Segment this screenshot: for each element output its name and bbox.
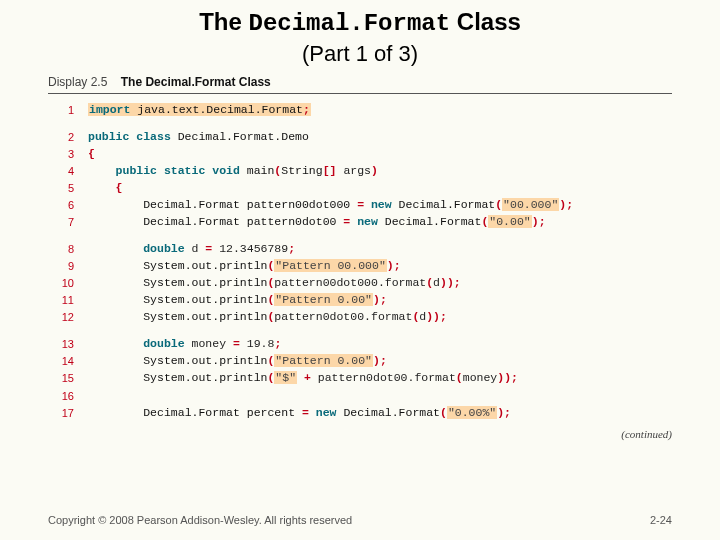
code-text: { <box>88 180 123 197</box>
line-number: 7 <box>48 214 88 231</box>
copyright-text: Copyright © 2008 Pearson Addison-Wesley.… <box>48 514 352 526</box>
code-line: 17 Decimal.Format percent = new Decimal.… <box>48 405 672 422</box>
code-line: 10 System.out.println(pattern00dot000.fo… <box>48 275 672 292</box>
title-pre: The <box>199 8 248 35</box>
code-line: 2public class Decimal.Format.Demo <box>48 129 672 146</box>
line-number: 1 <box>48 102 88 119</box>
code-line: 3{ <box>48 146 672 163</box>
line-number: 17 <box>48 405 88 422</box>
code-line: 13 double money = 19.8; <box>48 336 672 353</box>
slide-subtitle: (Part 1 of 3) <box>0 41 720 67</box>
code-text: Decimal.Format pattern0dot00 = new Decim… <box>88 214 546 231</box>
code-text: System.out.println(pattern0dot00.format(… <box>88 309 447 326</box>
line-number: 2 <box>48 129 88 146</box>
line-number: 15 <box>48 370 88 387</box>
code-text: Decimal.Format pattern00dot000 = new Dec… <box>88 197 573 214</box>
line-number: 12 <box>48 309 88 326</box>
code-text: import java.text.Decimal.Format; <box>88 102 311 119</box>
code-text: { <box>88 146 95 163</box>
code-text: double money = 19.8; <box>88 336 281 353</box>
code-text: System.out.println("$" + pattern0dot00.f… <box>88 370 518 387</box>
code-line: 7 Decimal.Format pattern0dot00 = new Dec… <box>48 214 672 231</box>
footer: Copyright © 2008 Pearson Addison-Wesley.… <box>48 514 672 526</box>
display-heading: Display 2.5 The Decimal.Format Class <box>48 75 672 93</box>
display-label: Display 2.5 <box>48 75 107 89</box>
code-text: System.out.println("Pattern 0.00"); <box>88 353 387 370</box>
code-line: 1import java.text.Decimal.Format; <box>48 102 672 119</box>
code-line: 11 System.out.println("Pattern 0.00"); <box>48 292 672 309</box>
line-number: 13 <box>48 336 88 353</box>
code-text <box>88 388 143 405</box>
code-text: System.out.println(pattern00dot000.forma… <box>88 275 461 292</box>
code-line: 5 { <box>48 180 672 197</box>
code-line: 8 double d = 12.3456789; <box>48 241 672 258</box>
continued-label: (continued) <box>0 422 720 440</box>
code-text: public class Decimal.Format.Demo <box>88 129 309 146</box>
code-line: 12 System.out.println(pattern0dot00.form… <box>48 309 672 326</box>
code-text: double d = 12.3456789; <box>88 241 295 258</box>
code-text: public static void main(String[] args) <box>88 163 378 180</box>
code-text: System.out.println("Pattern 00.000"); <box>88 258 401 275</box>
line-number: 6 <box>48 197 88 214</box>
code-line: 14 System.out.println("Pattern 0.00"); <box>48 353 672 370</box>
code-line: 9 System.out.println("Pattern 00.000"); <box>48 258 672 275</box>
content-area: Display 2.5 The Decimal.Format Class 1im… <box>0 67 720 422</box>
line-number: 14 <box>48 353 88 370</box>
line-number: 3 <box>48 146 88 163</box>
page-number: 2-24 <box>650 514 672 526</box>
line-number: 16 <box>48 388 88 405</box>
code-text: System.out.println("Pattern 0.00"); <box>88 292 387 309</box>
code-line: 16 <box>48 388 672 405</box>
line-number: 4 <box>48 163 88 180</box>
code-line: 4 public static void main(String[] args) <box>48 163 672 180</box>
code-listing: 1import java.text.Decimal.Format;2public… <box>48 102 672 422</box>
code-text: Decimal.Format percent = new Decimal.For… <box>88 405 511 422</box>
line-number: 8 <box>48 241 88 258</box>
divider <box>48 93 672 94</box>
line-number: 11 <box>48 292 88 309</box>
line-number: 9 <box>48 258 88 275</box>
line-number: 10 <box>48 275 88 292</box>
code-line: 6 Decimal.Format pattern00dot000 = new D… <box>48 197 672 214</box>
display-caption: The Decimal.Format Class <box>121 75 271 89</box>
slide-title: The Decimal.Format Class <box>0 0 720 39</box>
line-number: 5 <box>48 180 88 197</box>
title-class: Decimal.Format <box>248 10 450 37</box>
title-post: Class <box>450 8 521 35</box>
code-line: 15 System.out.println("$" + pattern0dot0… <box>48 370 672 387</box>
